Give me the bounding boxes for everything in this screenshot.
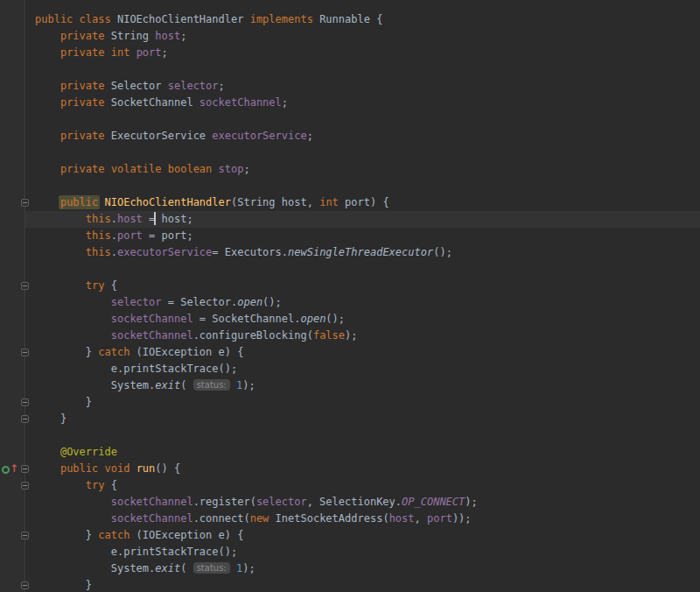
code-token: String — [104, 30, 155, 42]
code-line[interactable] — [0, 111, 700, 128]
code-line[interactable]: } — [0, 394, 700, 411]
code-token: Runnable { — [313, 13, 382, 25]
code-line[interactable]: private volatile boolean stop; — [0, 161, 700, 178]
code-token: socketChannel — [111, 313, 193, 325]
code-token — [162, 163, 168, 175]
code-token: = Selector. — [162, 296, 238, 308]
code-token: OP_CONNECT — [402, 496, 465, 508]
code-line[interactable]: private String host; — [0, 28, 700, 45]
code-token: } — [86, 579, 92, 591]
code-line[interactable]: public NIOEchoClientHandler(String host,… — [0, 194, 700, 211]
fold-marker[interactable] — [21, 349, 29, 356]
code-line[interactable]: socketChannel.register(selector, Selecti… — [0, 494, 700, 511]
code-token: boolean — [168, 163, 213, 175]
code-token: ( — [180, 562, 192, 574]
code-line[interactable]: System.exit( status: 1); — [0, 377, 700, 394]
code-token: . — [111, 229, 117, 242]
code-token: socketChannel — [111, 512, 193, 525]
code-line[interactable]: e.printStackTrace(); — [0, 361, 700, 377]
code-token: port — [136, 46, 162, 59]
code-line[interactable]: } catch (IOException e) { — [0, 344, 700, 361]
fold-marker[interactable] — [21, 465, 29, 473]
code-line[interactable]: socketChannel.connect(new InetSocketAddr… — [0, 511, 700, 527]
code-token: e.printStackTrace(); — [111, 363, 238, 375]
code-line[interactable] — [0, 261, 700, 278]
code-token: socketChannel — [111, 329, 193, 342]
code-token: public — [59, 195, 100, 209]
code-line[interactable] — [0, 144, 700, 161]
code-line[interactable]: socketChannel = SocketChannel.open(); — [0, 311, 700, 328]
code-token: int — [319, 196, 339, 208]
code-line[interactable]: this.port = port; — [0, 228, 700, 244]
code-line[interactable]: socketChannel.configureBlocking(false); — [0, 328, 700, 344]
code-token: void — [105, 462, 130, 475]
code-token: executorService — [117, 246, 212, 258]
code-line[interactable]: private ExecutorService executorService; — [0, 128, 700, 144]
code-area[interactable]: public class NIOEchoClientHandler implem… — [0, 0, 700, 592]
code-line[interactable]: private int port; — [0, 45, 700, 61]
editor-gutter: ↑ — [0, 0, 25, 592]
code-line[interactable]: @Override — [0, 444, 700, 461]
fold-marker[interactable] — [21, 581, 29, 589]
fold-marker[interactable] — [21, 282, 29, 290]
code-line[interactable] — [0, 61, 700, 78]
code-token — [98, 462, 104, 475]
code-line[interactable]: public class NIOEchoClientHandler implem… — [0, 11, 700, 28]
fold-marker[interactable] — [21, 415, 29, 423]
code-token: , — [415, 512, 427, 525]
code-line[interactable]: } catch (IOException e) { — [0, 527, 700, 544]
code-token: ExecutorService — [104, 130, 212, 142]
code-line[interactable]: System.exit( status: 1); — [0, 560, 700, 577]
code-token: port — [427, 512, 452, 525]
code-line[interactable]: try { — [0, 477, 700, 494]
code-token — [230, 379, 236, 391]
overrides-method-icon[interactable]: ↑ — [2, 464, 18, 476]
code-line[interactable]: selector = Selector.open(); — [0, 294, 700, 311]
code-line[interactable] — [0, 427, 700, 444]
fold-marker[interactable] — [21, 398, 29, 406]
code-line[interactable]: this.host = host; — [0, 211, 700, 228]
code-token: ; — [219, 80, 225, 92]
code-line[interactable]: private Selector selector; — [0, 78, 700, 95]
code-token: selector — [256, 496, 307, 508]
code-token: = SocketChannel. — [193, 313, 301, 325]
code-token: (); — [262, 296, 282, 308]
code-token: newSingleThreadExecutor — [288, 246, 433, 258]
code-token: exit — [155, 379, 180, 391]
code-token: port — [117, 229, 143, 242]
fold-marker[interactable] — [21, 199, 29, 207]
code-token: ; — [307, 130, 313, 142]
code-token: exit — [155, 562, 180, 574]
code-token: host — [117, 213, 143, 225]
fold-marker[interactable] — [21, 532, 29, 539]
code-line[interactable]: } — [0, 577, 700, 592]
code-line[interactable]: } — [0, 411, 700, 427]
fold-marker[interactable] — [21, 482, 29, 490]
code-token: NIOEchoClientHandler — [111, 13, 250, 25]
code-token: (String host, — [231, 196, 319, 208]
code-line[interactable]: private SocketChannel socketChannel; — [0, 95, 700, 111]
code-token: = Executors. — [212, 246, 288, 258]
code-token: private — [60, 80, 105, 92]
code-line[interactable]: this.executorService= Executors.newSingl… — [0, 244, 700, 261]
code-token: private — [60, 30, 105, 42]
code-line[interactable] — [0, 178, 700, 194]
code-token — [98, 196, 104, 208]
code-token: = — [143, 213, 155, 225]
code-token: ); — [345, 329, 357, 342]
override-up-arrow-icon: ↑ — [10, 462, 18, 476]
code-token: System. — [111, 562, 156, 574]
code-token: ); — [242, 562, 255, 574]
code-token: ; — [282, 96, 288, 109]
code-token: )); — [452, 512, 472, 525]
code-token: run — [136, 462, 156, 475]
code-line[interactable]: try { — [0, 278, 700, 294]
code-token: catch — [98, 529, 130, 541]
code-token: false — [313, 329, 345, 342]
code-line[interactable]: e.printStackTrace(); — [0, 544, 700, 560]
code-token: InetSocketAddress( — [269, 512, 388, 525]
code-line[interactable]: public void run() { — [0, 461, 700, 477]
code-token — [73, 13, 79, 25]
code-token: { — [104, 279, 116, 292]
code-token: try — [86, 279, 105, 292]
